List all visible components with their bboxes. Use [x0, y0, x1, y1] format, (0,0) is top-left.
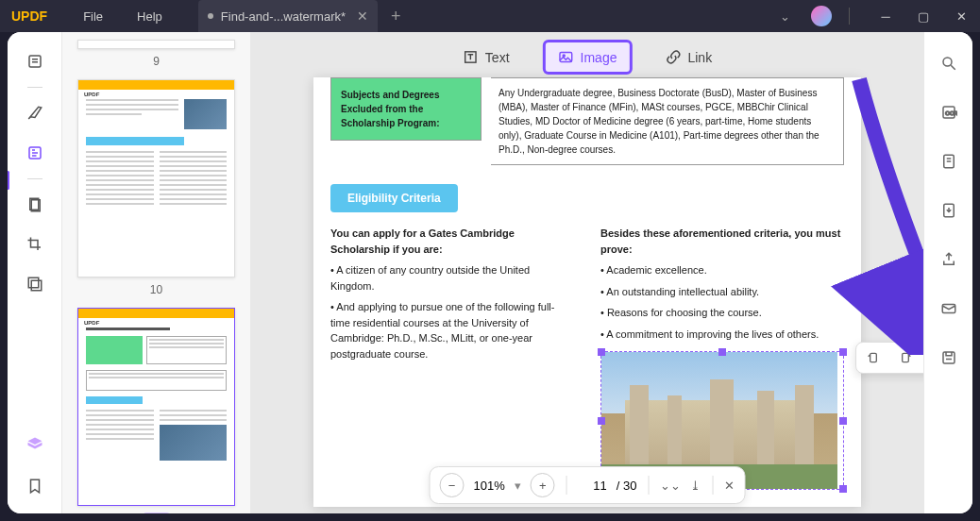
image-edit-toolbar [855, 342, 923, 374]
jump-bottom-icon[interactable]: ⤓ [690, 479, 701, 493]
zoom-dropdown-icon[interactable]: ▾ [515, 479, 521, 493]
document-tab[interactable]: Find-and-...watermark* ✕ [198, 0, 378, 32]
export-icon[interactable] [933, 194, 965, 227]
resize-handle[interactable] [598, 417, 605, 425]
right-bullet-1: • Academic excellence. [600, 262, 844, 278]
left-bullet-1: • A citizen of any country outside the U… [330, 262, 574, 294]
new-tab-button[interactable]: + [391, 7, 401, 26]
form-icon[interactable] [933, 145, 965, 177]
thumbnail-page-10[interactable]: UPDF [77, 79, 235, 277]
ocr-icon[interactable]: OCR [933, 96, 965, 128]
rotate-left-icon[interactable] [864, 348, 883, 367]
email-icon[interactable] [933, 293, 965, 325]
svg-line-20 [951, 65, 955, 70]
reader-tool-icon[interactable] [19, 45, 51, 77]
window-close-button[interactable]: ✕ [942, 0, 980, 32]
share-icon[interactable] [933, 244, 965, 276]
divider [849, 8, 850, 25]
resize-handle[interactable] [839, 485, 847, 493]
crop-tool-icon[interactable] [19, 228, 51, 260]
organize-tool-icon[interactable] [19, 189, 51, 221]
text-tool-button[interactable]: Text [450, 42, 522, 72]
edit-toolbar: Text Image Link [450, 40, 724, 75]
comment-tool-icon[interactable] [19, 97, 51, 129]
close-bar-icon[interactable]: ✕ [724, 479, 735, 493]
link-tool-button[interactable]: Link [652, 42, 724, 72]
layers-icon[interactable] [19, 429, 51, 461]
app-logo: UPDF [11, 8, 47, 24]
save-icon[interactable] [933, 342, 965, 374]
thumbnail-page-11[interactable]: UPDF [77, 308, 235, 506]
menu-file[interactable]: File [66, 0, 120, 32]
image-tool-label: Image [581, 50, 617, 65]
zoom-page-bar: − 101% ▾ + 30 ⌄⌄ ⤓ ✕ [430, 466, 746, 504]
page-total: 30 [617, 479, 637, 493]
text-tool-label: Text [485, 50, 510, 65]
resize-handle[interactable] [598, 348, 605, 356]
zoom-in-button[interactable]: + [531, 473, 555, 497]
svg-rect-15 [903, 353, 909, 361]
thumb-label-9: 9 [77, 55, 235, 68]
svg-rect-10 [31, 280, 42, 291]
right-toolbar: OCR [923, 32, 972, 513]
excluded-desc: Any Undergraduate degree, Business Docto… [491, 77, 844, 165]
expand-down-icon[interactable]: ⌄⌄ [660, 479, 681, 493]
window-minimize-button[interactable]: ─ [867, 0, 904, 32]
left-intro: You can apply for a Gates Cambridge Scho… [330, 227, 515, 255]
tab-title: Find-and-...watermark* [221, 9, 346, 24]
svg-rect-9 [28, 277, 39, 288]
svg-text:OCR: OCR [945, 110, 957, 116]
svg-point-19 [943, 58, 952, 66]
left-bullet-2: • And applying to pursue one of the foll… [330, 299, 574, 361]
search-icon[interactable] [933, 47, 965, 79]
window-maximize-button[interactable]: ▢ [904, 0, 942, 32]
thumb-label-10: 10 [77, 283, 235, 296]
rotate-right-icon[interactable] [896, 348, 915, 367]
svg-rect-28 [943, 352, 955, 363]
edit-tool-icon[interactable] [19, 137, 51, 169]
document-viewport: Text Image Link Subjects and Degrees Exc… [251, 32, 923, 513]
thumb-label-11: 11 [143, 513, 170, 513]
zoom-out-button[interactable]: − [440, 473, 465, 497]
zoom-value: 101% [474, 479, 505, 493]
user-avatar[interactable] [811, 6, 832, 26]
tools-icon[interactable] [19, 268, 51, 300]
resize-handle[interactable] [839, 417, 847, 425]
eligibility-heading: Eligibility Criteria [330, 184, 458, 212]
left-toolbar [8, 32, 62, 513]
active-tool-indicator [8, 171, 9, 190]
resize-handle[interactable] [718, 348, 726, 356]
right-intro: Besides these aforementioned criteria, y… [600, 227, 840, 255]
chevron-down-icon[interactable]: ⌄ [780, 9, 790, 24]
tab-unsaved-dot [208, 13, 213, 19]
resize-handle[interactable] [839, 348, 847, 356]
excluded-subjects-box: Subjects and Degrees Excluded from the S… [330, 77, 482, 141]
right-bullet-4: • A commitment to improving the lives of… [600, 327, 844, 343]
menu-help[interactable]: Help [120, 0, 179, 32]
thumbnail-page-9[interactable] [77, 40, 235, 49]
right-bullet-2: • An outstanding intellectual ability. [600, 284, 844, 300]
tab-close-icon[interactable]: ✕ [357, 8, 368, 24]
image-tool-button[interactable]: Image [543, 40, 633, 75]
link-tool-label: Link [687, 50, 712, 65]
page-input[interactable] [579, 479, 607, 493]
document-page[interactable]: Subjects and Degrees Excluded from the S… [313, 77, 861, 507]
bookmark-icon[interactable] [19, 470, 51, 502]
right-bullet-3: • Reasons for choosing the course. [600, 305, 844, 321]
svg-rect-14 [870, 353, 877, 361]
thumbnail-panel: 9 UPDF 10 UPDF 11 [62, 32, 251, 513]
